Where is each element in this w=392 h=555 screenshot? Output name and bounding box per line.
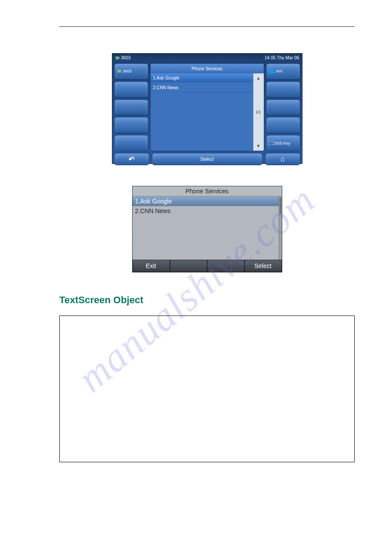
scroll-down-icon[interactable]: ▼ <box>256 144 260 148</box>
status-extension: 3603 <box>115 55 131 60</box>
sidekey-line-1[interactable]: 3603 <box>114 63 148 80</box>
phone-icon <box>115 55 120 60</box>
phone-icon <box>117 69 122 73</box>
sidekey-label: DSS Key <box>274 141 291 145</box>
list-container: 1.Ask Google 2.CNN News <box>133 196 282 260</box>
sidekey-empty[interactable] <box>114 81 148 98</box>
list-container: 1.Ask Google 2.CNN News ▲ 1/1 ▼ <box>151 73 264 151</box>
exit-button[interactable]: Exit <box>133 260 170 272</box>
softkey-empty[interactable] <box>207 260 245 272</box>
sidekey-empty[interactable] <box>114 99 148 116</box>
phone-ui-blue: 3603 14 05 Thu Mar 06 3603 Phone Service… <box>112 53 302 164</box>
home-icon: ⌂ <box>281 155 285 163</box>
scroll-up-icon[interactable]: ▲ <box>256 76 260 80</box>
status-bar: 3603 14 05 Thu Mar 06 <box>112 54 302 62</box>
sidekey-empty[interactable] <box>266 81 300 98</box>
sidekey-label: 3603 <box>123 69 132 73</box>
scroll-bar[interactable] <box>279 196 282 260</box>
select-button[interactable]: Select <box>152 153 263 165</box>
scroll-bar[interactable]: ▲ 1/1 ▼ <box>253 73 264 151</box>
sidekey-dss[interactable]: ⛶DSS Key <box>266 135 300 151</box>
page-header-rule <box>59 26 355 27</box>
sidekey-empty[interactable] <box>114 117 148 133</box>
back-icon: ↶ <box>129 155 134 163</box>
list-item[interactable]: 2.CNN News <box>151 83 253 93</box>
phone-ui-gray: Phone Services 1.Ask Google 2.CNN News E… <box>132 186 282 272</box>
select-button[interactable]: Select <box>245 260 282 272</box>
home-button[interactable]: ⌂ <box>265 153 300 165</box>
right-sidekeys: 🌐xml ⛶DSS Key <box>266 63 300 151</box>
sidekey-empty[interactable] <box>266 117 300 133</box>
main-panel: Phone Services 1.Ask Google 2.CNN News ▲… <box>150 63 264 151</box>
list-item[interactable]: 1.Ask Google <box>133 196 279 206</box>
scroll-thumb[interactable] <box>280 197 281 214</box>
globe-icon: 🌐 <box>269 69 275 74</box>
sidekey-empty[interactable] <box>266 99 300 116</box>
panel-title: Phone Services <box>133 186 282 196</box>
panel-title: Phone Services <box>151 64 264 73</box>
sidekey-empty[interactable] <box>114 135 148 151</box>
sidekey-xml[interactable]: 🌐xml <box>266 63 300 80</box>
left-sidekeys: 3603 <box>114 63 148 151</box>
code-box <box>59 316 355 462</box>
list-item[interactable]: 2.CNN News <box>133 206 279 216</box>
section-heading: TextScreen Object <box>59 294 355 306</box>
sidekey-label: xml <box>276 69 282 73</box>
expand-icon: ⛶ <box>269 141 273 145</box>
back-button[interactable]: ↶ <box>114 153 149 165</box>
page-indicator: 1/1 <box>255 110 261 114</box>
softkey-empty[interactable] <box>170 260 207 272</box>
list-item[interactable]: 1.Ask Google <box>151 73 253 83</box>
status-datetime: 14 05 Thu Mar 06 <box>265 55 299 60</box>
